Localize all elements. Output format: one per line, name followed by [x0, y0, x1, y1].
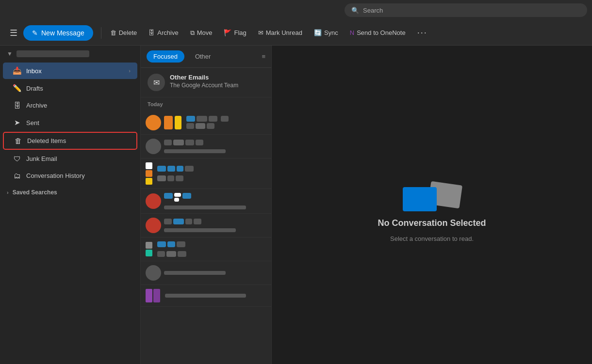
sidebar-item-sent[interactable]: ➤ Sent: [3, 114, 137, 131]
sidebar-item-archive[interactable]: 🗄 Archive: [3, 97, 137, 113]
text-blocks: [165, 294, 266, 298]
text-line: [185, 219, 192, 224]
email-rows-container: [141, 111, 271, 364]
text-blocks: [164, 193, 266, 209]
text-line: [194, 219, 201, 224]
text-line: [175, 116, 181, 129]
text-line: [185, 166, 194, 172]
text-line: [174, 193, 181, 197]
text-line: [173, 140, 184, 145]
compose-icon: ✎: [32, 29, 38, 37]
tab-other[interactable]: Other: [188, 50, 218, 63]
inbox-icon: 📥: [13, 66, 21, 75]
account-header[interactable]: ▼: [0, 46, 140, 62]
search-bar[interactable]: 🔍 Search: [345, 3, 587, 17]
text-line: [164, 271, 226, 275]
text-line: [164, 149, 226, 153]
deleted-icon: 🗑: [14, 137, 22, 145]
sidebar-conversation-label: Conversation History: [26, 172, 85, 179]
text-line: [197, 116, 207, 122]
text-line: [164, 116, 173, 129]
list-item[interactable]: [141, 158, 271, 189]
text-line: [157, 166, 166, 172]
text-blocks: [157, 166, 266, 181]
more-options-button[interactable]: ···: [412, 25, 432, 41]
tabs-bar: Focused Other ≡: [141, 46, 271, 68]
saved-searches-section[interactable]: › Saved Searches: [0, 184, 140, 201]
avatar: [146, 250, 152, 256]
envelope-illustration: [403, 168, 461, 211]
text-line: [221, 116, 229, 122]
mark-unread-icon: ✉: [258, 29, 263, 36]
move-button[interactable]: ⧉ Move: [185, 26, 217, 40]
sidebar-item-inbox[interactable]: 📥 Inbox ›: [3, 63, 137, 79]
flag-button[interactable]: 🚩 Flag: [219, 26, 251, 39]
archive-label: Archive: [157, 29, 178, 36]
email-meta: Other Emails The Google Account Team: [170, 74, 264, 89]
toolbar: ☰ ✎ New Message 🗑 Delete 🗄 Archive ⧉ Mov…: [0, 20, 592, 46]
list-item[interactable]: [141, 111, 271, 135]
drafts-icon: ✏️: [13, 84, 21, 93]
sync-icon: 🔄: [314, 29, 322, 36]
sidebar-item-deleted[interactable]: 🗑 Deleted Items: [3, 132, 137, 150]
text-line: [196, 123, 205, 129]
text-line: [207, 123, 214, 129]
sidebar-item-drafts[interactable]: ✏️ Drafts: [3, 80, 137, 96]
text-line: [186, 123, 194, 129]
new-message-button[interactable]: ✎ New Message: [23, 25, 93, 41]
list-item[interactable]: [141, 214, 271, 237]
sync-button[interactable]: 🔄 Sync: [309, 26, 343, 39]
text-blocks: [164, 116, 266, 129]
text-line: [164, 219, 172, 224]
text-line: [177, 166, 183, 172]
text-line: [164, 228, 236, 232]
no-conversation-title: No Conversation Selected: [378, 218, 486, 228]
text-line: [167, 175, 174, 181]
tab-focused[interactable]: Focused: [147, 50, 184, 63]
mark-unread-button[interactable]: ✉ Mark Unread: [253, 26, 307, 39]
text-blocks: [157, 241, 266, 257]
sidebar-item-conversation[interactable]: 🗂 Conversation History: [3, 168, 137, 184]
text-line: [209, 116, 217, 122]
avatar: [146, 178, 152, 185]
avatar: [146, 265, 161, 281]
delete-button[interactable]: 🗑 Delete: [105, 26, 142, 39]
filter-icon[interactable]: ≡: [262, 53, 265, 60]
date-label: Today: [141, 97, 271, 111]
send-to-onenote-button[interactable]: N Send to OneNote: [345, 26, 411, 39]
avatar: [153, 289, 160, 302]
archive-icon: 🗄: [148, 29, 155, 36]
text-line: [177, 241, 185, 247]
no-conversation-subtitle: Select a conversation to read.: [390, 235, 474, 242]
sidebar-archive-label: Archive: [26, 102, 47, 109]
flag-icon: 🚩: [224, 29, 231, 36]
sidebar-drafts-label: Drafts: [26, 85, 43, 92]
junk-icon: 🛡: [13, 155, 21, 163]
text-line: [174, 198, 179, 202]
sent-icon: ➤: [13, 118, 21, 127]
list-item[interactable]: [141, 237, 271, 261]
text-line: [186, 116, 195, 122]
email-preview-top[interactable]: ✉ Other Emails The Google Account Team: [141, 68, 271, 97]
text-blocks: [164, 271, 266, 275]
text-line: [176, 175, 183, 181]
email-subject: The Google Account Team: [170, 82, 264, 89]
hamburger-button[interactable]: ☰: [6, 25, 21, 41]
archive-button[interactable]: 🗄 Archive: [144, 26, 183, 39]
flag-label: Flag: [234, 29, 246, 36]
sidebar-item-junk[interactable]: 🛡 Junk Email: [3, 151, 137, 167]
list-item[interactable]: [141, 135, 271, 158]
text-line: [165, 294, 246, 298]
text-line: [178, 251, 186, 257]
top-bar: 🔍 Search: [0, 0, 592, 20]
list-item[interactable]: [141, 285, 271, 307]
email-sender: Other Emails: [170, 74, 264, 81]
sync-label: Sync: [324, 29, 338, 36]
saved-searches-chevron-icon: ›: [7, 190, 9, 195]
email-avatar: ✉: [148, 74, 165, 91]
sidebar-deleted-label: Deleted Items: [27, 137, 66, 144]
main-area: ▼ 📥 Inbox › ✏️ Drafts 🗄 Archive ➤ Sent 🗑…: [0, 46, 592, 364]
list-item[interactable]: [141, 189, 271, 214]
list-item[interactable]: [141, 261, 271, 285]
avatar: [146, 218, 161, 233]
